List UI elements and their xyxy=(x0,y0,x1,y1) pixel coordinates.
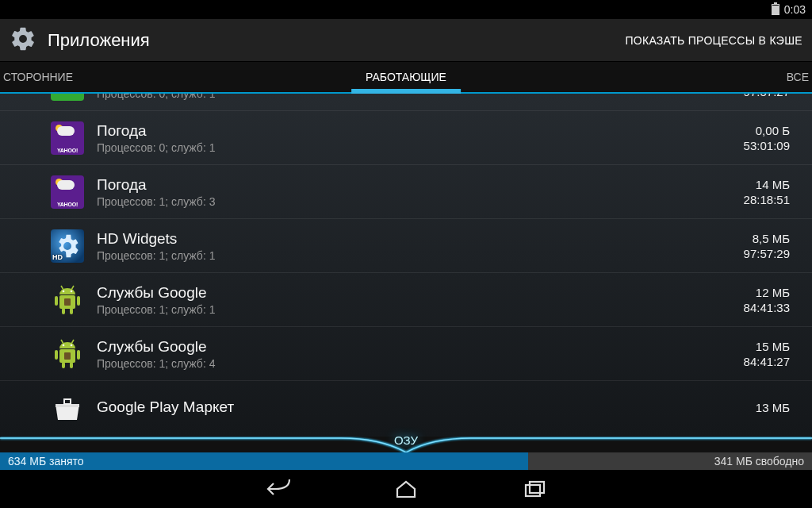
recents-button[interactable] xyxy=(518,472,551,506)
svg-line-7 xyxy=(61,286,63,290)
ram-used-text: 634 МБ занято xyxy=(8,455,84,468)
app-row[interactable]: Службы GoogleПроцессов: 1; служб: 415 МБ… xyxy=(0,327,812,381)
tab-thirdparty[interactable]: СТОРОННИЕ xyxy=(0,62,87,92)
svg-rect-13 xyxy=(62,362,65,368)
app-uptime: 97:57:27 xyxy=(744,94,790,98)
app-size: 12 МБ xyxy=(756,286,790,299)
tabs: СТОРОННИЕ РАБОТАЮЩИЕ ВСЕ xyxy=(0,62,812,94)
page-title: Приложения xyxy=(48,30,150,51)
app-name: Погода xyxy=(97,122,744,140)
tab-running[interactable]: РАБОТАЮЩИЕ xyxy=(351,62,461,92)
ram-free: 341 МБ свободно xyxy=(528,452,812,470)
settings-icon[interactable] xyxy=(10,25,36,56)
home-button[interactable] xyxy=(389,472,423,506)
ram-used: 634 МБ занято xyxy=(0,452,528,470)
status-bar: 0:03 xyxy=(0,0,812,19)
app-row[interactable]: Службы GoogleПроцессов: 1; служб: 112 МБ… xyxy=(0,273,812,327)
app-row[interactable]: YAHOO!ПогодаПроцессов: 1; служб: 314 МБ2… xyxy=(0,165,812,219)
nav-bar xyxy=(0,470,812,508)
app-size: 8,5 МБ xyxy=(753,232,790,245)
app-size: 13 МБ xyxy=(756,401,790,414)
app-name: Службы Google xyxy=(97,338,744,356)
svg-rect-11 xyxy=(55,350,58,360)
svg-rect-21 xyxy=(526,485,540,496)
app-row[interactable]: Google Play Маркет13 МБ xyxy=(0,381,812,435)
svg-line-8 xyxy=(71,286,74,290)
app-name: Службы Google xyxy=(97,284,744,302)
app-subtitle: Процессов: 0; служб: 1 xyxy=(97,94,744,100)
show-cached-button[interactable]: ПОКАЗАТЬ ПРОЦЕССЫ В КЭШЕ xyxy=(625,34,802,47)
svg-point-16 xyxy=(71,344,73,346)
app-name: Погода xyxy=(97,176,744,194)
app-subtitle: Процессов: 1; служб: 4 xyxy=(97,357,744,370)
app-icon xyxy=(51,94,84,101)
play-market-icon xyxy=(51,391,84,425)
svg-point-6 xyxy=(71,290,73,292)
app-subtitle: Процессов: 1; служб: 1 xyxy=(97,249,744,262)
yahoo-weather-icon: YAHOO! xyxy=(51,175,84,209)
app-uptime: 28:18:51 xyxy=(744,193,790,206)
svg-point-5 xyxy=(63,290,65,292)
app-uptime: 97:57:29 xyxy=(744,247,790,260)
svg-line-17 xyxy=(61,340,63,344)
app-subtitle: Процессов: 1; служб: 1 xyxy=(97,303,744,316)
app-subtitle: Процессов: 1; служб: 3 xyxy=(97,195,744,208)
app-row[interactable]: YAHOO!ПогодаПроцессов: 0; служб: 10,00 Б… xyxy=(0,111,812,165)
android-icon xyxy=(51,337,84,371)
app-subtitle: Процессов: 0; служб: 1 xyxy=(97,141,744,154)
svg-rect-20 xyxy=(64,399,71,404)
ram-label: ОЗУ xyxy=(394,433,418,447)
back-button[interactable] xyxy=(261,472,294,506)
svg-rect-12 xyxy=(77,350,80,360)
app-row[interactable]: HDHD WidgetsПроцессов: 1; служб: 18,5 МБ… xyxy=(0,219,812,273)
svg-rect-22 xyxy=(530,482,544,493)
svg-rect-3 xyxy=(62,308,65,314)
ram-free-text: 341 МБ свободно xyxy=(714,455,804,468)
svg-line-18 xyxy=(71,340,74,344)
clock: 0:03 xyxy=(784,3,806,16)
svg-rect-9 xyxy=(64,298,71,306)
svg-point-15 xyxy=(63,344,65,346)
app-uptime: 84:41:33 xyxy=(744,301,790,314)
app-row[interactable]: Яндекс.КартыПроцессов: 0; служб: 10,00 Б… xyxy=(0,94,812,111)
ram-bar: ОЗУ 634 МБ занято 341 МБ свободно xyxy=(0,437,812,470)
battery-icon xyxy=(772,4,779,15)
tab-all[interactable]: ВСЕ xyxy=(772,62,812,92)
svg-rect-4 xyxy=(70,308,73,314)
action-bar: Приложения ПОКАЗАТЬ ПРОЦЕССЫ В КЭШЕ xyxy=(0,19,812,62)
app-size: 14 МБ xyxy=(756,178,790,191)
running-apps-list[interactable]: Яндекс.КартыПроцессов: 0; служб: 10,00 Б… xyxy=(0,94,812,437)
app-size: 0,00 Б xyxy=(756,124,790,137)
yahoo-weather-icon: YAHOO! xyxy=(51,121,84,155)
app-uptime: 53:01:09 xyxy=(744,139,790,152)
app-uptime: 84:41:27 xyxy=(744,355,790,368)
svg-rect-14 xyxy=(70,362,73,368)
android-icon xyxy=(51,283,84,317)
svg-rect-1 xyxy=(55,296,58,306)
svg-rect-2 xyxy=(77,296,80,306)
app-name: HD Widgets xyxy=(97,230,744,248)
svg-rect-19 xyxy=(64,352,71,360)
app-size: 15 МБ xyxy=(756,340,790,353)
app-name: Google Play Маркет xyxy=(97,398,756,416)
hdwidgets-icon: HD xyxy=(51,229,84,263)
